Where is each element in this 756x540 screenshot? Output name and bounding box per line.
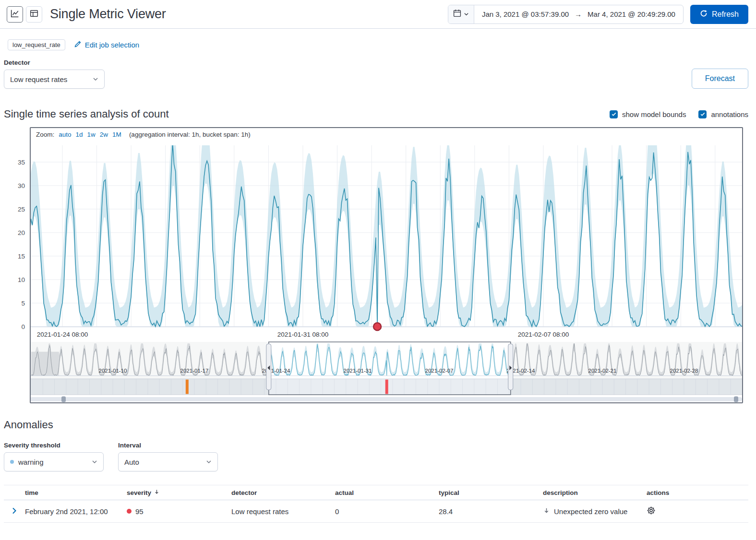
timeseries-chart[interactable]: 051015202530352021-01-24 08:002021-01-31…	[4, 127, 752, 404]
timeseries-chart-panel: 051015202530352021-01-24 08:002021-01-31…	[4, 127, 752, 404]
edit-job-selection-link[interactable]: Edit job selection	[74, 40, 139, 49]
svg-text:25: 25	[18, 206, 25, 213]
detector-row: Detector Low request rates Forecast	[0, 55, 756, 89]
col-header-actual[interactable]: actual	[335, 489, 439, 496]
svg-text:15: 15	[18, 253, 25, 260]
end-date-button[interactable]: Mar 4, 2021 @ 20:49:29.00	[588, 10, 675, 18]
zoom-label: Zoom:	[36, 131, 54, 138]
detector-select[interactable]: Low request rates	[4, 70, 105, 89]
svg-text:20: 20	[18, 229, 25, 236]
refresh-button[interactable]: Refresh	[690, 5, 748, 24]
line-chart-icon	[11, 9, 19, 19]
anomaly-description-cell: Unexpected zero value	[543, 507, 647, 516]
svg-text:2021-01-31: 2021-01-31	[344, 368, 372, 374]
pencil-icon	[74, 40, 82, 49]
expand-row-button[interactable]	[11, 507, 18, 516]
chevron-right-icon	[11, 507, 18, 516]
date-range-picker: Jan 3, 2021 @ 03:57:39.00 → Mar 4, 2021 …	[448, 5, 684, 24]
interval-select[interactable]: Auto	[118, 452, 218, 471]
refresh-label: Refresh	[712, 10, 739, 19]
sort-descending-icon	[154, 489, 160, 496]
severity-warning-dot	[10, 460, 14, 464]
col-header-description[interactable]: description	[543, 489, 647, 496]
zoom-option-1w[interactable]: 1w	[87, 131, 96, 138]
job-selection-bar: low_request_rate Edit job selection	[0, 29, 756, 55]
chevron-down-icon	[206, 458, 212, 466]
col-header-time[interactable]: time	[25, 489, 127, 496]
svg-text:2021-02-07 08:00: 2021-02-07 08:00	[518, 331, 569, 338]
severity-threshold-label: Severity threshold	[4, 442, 104, 449]
svg-text:30: 30	[18, 182, 25, 189]
svg-text:10: 10	[18, 276, 25, 283]
zoom-option-2w[interactable]: 2w	[100, 131, 108, 138]
anomaly-severity-score: 95	[135, 507, 144, 516]
view-toggle-group	[7, 6, 42, 23]
job-badge: low_request_rate	[8, 39, 65, 50]
chevron-down-icon	[93, 75, 98, 83]
col-header-actions: actions	[647, 489, 748, 496]
anomaly-typical: 28.4	[439, 507, 543, 516]
show-model-bounds-checkbox[interactable]: show model bounds	[610, 110, 686, 118]
anomaly-severity-dot	[127, 509, 132, 514]
anomaly-detector: Low request rates	[231, 507, 335, 516]
zoom-controls: Zoom: auto 1d 1w 2w 1M (aggregation inte…	[36, 131, 251, 138]
anomaly-actual: 0	[335, 507, 439, 516]
anomalies-table-header: time severity detector actual typical de…	[4, 485, 748, 500]
arrow-down-icon	[543, 507, 550, 516]
col-header-typical[interactable]: typical	[439, 489, 543, 496]
anomaly-table-row: February 2nd 2021, 12:00 95 Low request …	[4, 500, 748, 523]
zoom-option-1d[interactable]: 1d	[76, 131, 83, 138]
zoom-option-1M[interactable]: 1M	[112, 131, 121, 138]
gear-icon	[647, 506, 656, 517]
chevron-down-icon	[92, 458, 97, 466]
anomalies-title: Anomalies	[4, 419, 748, 431]
col-header-detector[interactable]: detector	[231, 489, 335, 496]
chart-view-button[interactable]	[7, 6, 23, 23]
annotations-checkbox[interactable]: annotations	[698, 110, 748, 118]
zoom-option-auto[interactable]: auto	[59, 131, 71, 138]
severity-threshold-select[interactable]: warning	[4, 452, 104, 471]
table-view-button[interactable]	[26, 6, 42, 23]
series-header: Single time series analysis of count sho…	[4, 108, 748, 120]
refresh-icon	[700, 10, 708, 19]
quick-select-button[interactable]	[448, 5, 474, 23]
forecast-button[interactable]: Forecast	[692, 69, 748, 89]
anomaly-actions-button[interactable]	[647, 506, 656, 517]
col-header-severity[interactable]: severity	[127, 489, 231, 496]
series-title: Single time series analysis of count	[4, 108, 169, 120]
svg-text:2021-01-31 08:00: 2021-01-31 08:00	[277, 331, 329, 338]
page-title: Single Metric Viewer	[50, 7, 166, 22]
anomaly-time: February 2nd 2021, 12:00	[25, 507, 127, 516]
svg-text:0: 0	[21, 323, 25, 330]
anomaly-severity-cell: 95	[127, 507, 231, 516]
svg-text:5: 5	[21, 300, 25, 307]
date-range-arrow: →	[575, 10, 582, 18]
svg-text:2021-01-24 08:00: 2021-01-24 08:00	[37, 331, 88, 338]
interval-label: Interval	[118, 442, 218, 449]
checkbox-checked-icon	[610, 110, 618, 118]
checkbox-checked-icon	[698, 110, 707, 118]
svg-text:35: 35	[18, 159, 25, 166]
aggregation-interval-note: (aggregation interval: 1h, bucket span: …	[129, 131, 251, 138]
detector-label: Detector	[4, 59, 105, 66]
top-bar: Single Metric Viewer Jan 3, 2021 @ 03:57…	[0, 0, 756, 29]
svg-text:2021-02-07: 2021-02-07	[425, 368, 454, 374]
data-table-icon	[30, 9, 38, 19]
start-date-button[interactable]: Jan 3, 2021 @ 03:57:39.00	[482, 10, 569, 18]
calendar-icon	[453, 9, 461, 19]
chevron-down-icon	[464, 10, 469, 19]
anomalies-section: Anomalies Severity threshold warning Int…	[0, 404, 756, 523]
anomalies-table: time severity detector actual typical de…	[4, 485, 748, 523]
